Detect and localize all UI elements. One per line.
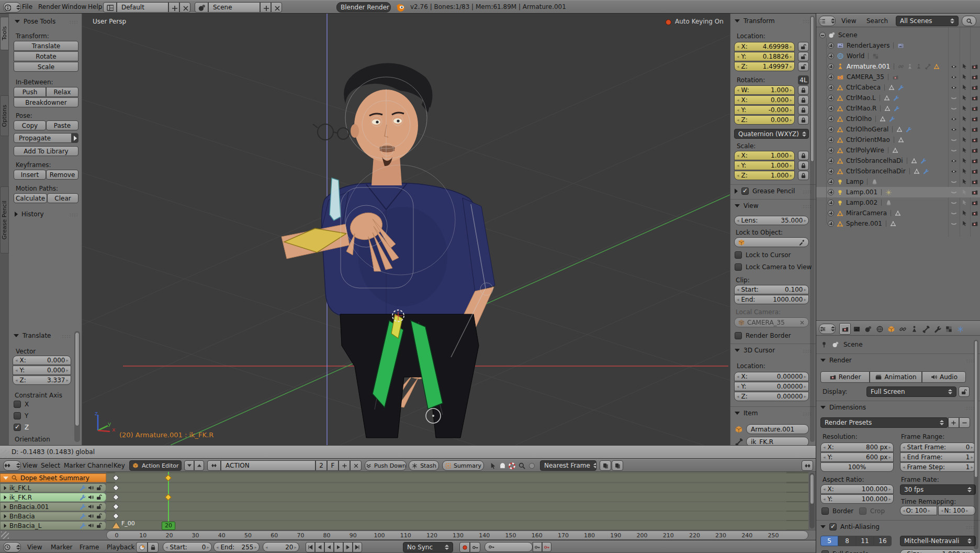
push-button[interactable]: Push [14, 87, 46, 97]
aa-samples-11-button[interactable]: 11 [856, 536, 874, 546]
outliner-row-mirarcamera[interactable]: MirarCamera [816, 208, 980, 218]
tab-options[interactable]: Options [0, 95, 9, 136]
channel-bnbacia-001[interactable]: BnBacia.001 [0, 502, 106, 511]
location-y-unlock-icon[interactable] [798, 52, 809, 61]
visibility-eye-icon[interactable] [950, 168, 958, 175]
pin-icon[interactable] [820, 341, 828, 348]
rotation-y-lock-icon[interactable] [798, 105, 809, 115]
action-unlink-button[interactable] [350, 460, 362, 471]
location-z-unlock-icon[interactable] [798, 62, 809, 71]
cursor-z-field[interactable]: Z:0.00000 [734, 392, 809, 401]
play-reverse-button[interactable] [324, 542, 334, 552]
menu-file[interactable]: File [22, 1, 32, 13]
visibility-eye-closed-icon[interactable] [950, 220, 958, 227]
menu-help[interactable]: Help [88, 1, 102, 13]
dope-v-scrollbar[interactable] [809, 473, 815, 528]
crop-checkbox[interactable]: Crop [859, 507, 885, 515]
outliner-scope-select[interactable]: All Scenes [896, 16, 959, 26]
editor-type-properties-button[interactable] [819, 324, 836, 334]
tab-constraints[interactable] [897, 323, 908, 335]
render-presets-select[interactable]: Render Presets [820, 417, 948, 428]
remap-new-field[interactable]: N: 100 [938, 506, 976, 515]
prev-keyframe-button[interactable] [315, 542, 324, 552]
remap-old-field[interactable]: O: 100 [900, 506, 937, 515]
action-name-field[interactable]: ACTION [221, 460, 316, 471]
render-border-checkbox[interactable]: Render Border [735, 332, 791, 339]
rotate-button[interactable]: Rotate [14, 51, 78, 61]
renderable-icon[interactable] [971, 178, 978, 185]
outliner-row-lamp-001[interactable]: Lamp.001 [816, 187, 980, 197]
clip-start-field[interactable]: Start:0.100 [734, 285, 809, 294]
paste-button[interactable]: Paste [46, 120, 78, 130]
visibility-eye-closed-icon[interactable] [950, 147, 958, 154]
outliner-row-ctrlsobrancelhadir[interactable]: CtrlSobrancelhaDir [816, 166, 980, 176]
remove-keyframe-button[interactable]: Remove [46, 170, 78, 180]
view-panel-header[interactable]: View [735, 202, 812, 209]
propagate-button[interactable]: Propagate [14, 133, 72, 143]
action-new-button[interactable] [339, 460, 350, 471]
renderable-icon[interactable] [971, 147, 978, 154]
visibility-eye-closed-icon[interactable] [950, 209, 958, 217]
editor-type-outliner-button[interactable] [819, 16, 836, 26]
outliner-menu-search[interactable]: Search [866, 14, 888, 28]
copy-keyframes-button[interactable] [600, 460, 611, 471]
history-panel-header[interactable]: History [15, 211, 78, 218]
full-sample-checkbox[interactable]: Full Sample [821, 550, 869, 553]
item-panel-header[interactable]: Item [735, 410, 812, 417]
scale-x-lock-icon[interactable] [798, 151, 809, 160]
item-bone-field[interactable]: ik_FK.R [746, 437, 809, 445]
grease-pencil-panel-header[interactable]: Grease Pencil [735, 187, 812, 195]
location-z-field[interactable]: Z:1.49997 [734, 62, 795, 71]
frame-start-field[interactable]: Start:0 [163, 542, 212, 552]
render-still-button[interactable]: Render [820, 371, 870, 383]
rotation-x-field[interactable]: X:0.000 [734, 95, 795, 105]
menu-render[interactable]: Render [38, 1, 61, 13]
visibility-eye-closed-icon[interactable] [950, 199, 958, 206]
next-keyframe-button[interactable] [343, 542, 353, 552]
dope-ruler-scrollbar[interactable]: 0102030405060708090100110120130140150160… [106, 530, 808, 540]
renderable-icon[interactable] [971, 189, 978, 196]
rotation-z-lock-icon[interactable] [798, 115, 809, 125]
scene-icon[interactable] [195, 2, 208, 13]
aa-samples-16-button[interactable]: 16 [874, 536, 892, 546]
renderable-icon[interactable] [971, 157, 978, 164]
channel-ik-fk-r[interactable]: ik_FK.R [0, 493, 106, 502]
start-frame-field[interactable]: Start Frame:0 [900, 443, 976, 452]
clear-button[interactable]: Clear [47, 193, 78, 203]
layout-delete-button[interactable] [179, 2, 190, 13]
location-y-field[interactable]: Y:0.18826 [734, 52, 795, 61]
constraint-y-checkbox[interactable]: Y [14, 412, 28, 419]
dope-menu-key[interactable]: Key [114, 459, 125, 472]
scale-y-field[interactable]: Y:1.000 [734, 161, 795, 170]
channel-ik-fk-l[interactable]: ik_FK.L [0, 483, 106, 492]
constraint-z-checkbox[interactable]: Z [14, 424, 29, 431]
scale-button[interactable]: Scale [14, 62, 78, 72]
renderable-icon[interactable] [971, 94, 978, 102]
rotation-z-field[interactable]: Z:0.000 [734, 115, 795, 125]
preset-remove-button[interactable] [959, 417, 970, 428]
cursor-y-field[interactable]: Y:0.00000 [734, 382, 809, 391]
filter-dot-icon[interactable] [529, 463, 535, 469]
dope-menu-channel[interactable]: Channel [87, 459, 113, 472]
time-menu-view[interactable]: View [27, 541, 42, 553]
rotation-x-lock-icon[interactable] [798, 95, 809, 105]
toolshelf-scrollbar[interactable] [74, 331, 80, 442]
current-frame-field[interactable]: 20 [263, 542, 299, 552]
action-id-icon[interactable] [207, 460, 221, 471]
breakdowner-button[interactable]: Breakdowner [14, 97, 78, 107]
transform-panel-header[interactable]: Transform [735, 17, 812, 25]
resolution-y-field[interactable]: Y:600 px [820, 452, 894, 462]
tab-world[interactable] [874, 323, 885, 335]
location-x-field[interactable]: X:4.69998 [734, 42, 795, 51]
local-camera-field[interactable]: CAMERA_35 [734, 317, 809, 327]
visibility-eye-closed-icon[interactable] [950, 136, 958, 143]
outliner-row-lamp-002[interactable]: Lamp.002 [816, 197, 980, 208]
selectable-icon[interactable] [961, 189, 968, 195]
display-mode-select[interactable]: Full Screen [866, 386, 956, 397]
editor-type-dopesheet-button[interactable] [3, 460, 21, 471]
layout-add-button[interactable] [168, 2, 179, 13]
outliner-row-camera-35[interactable]: CAMERA_35 [816, 72, 980, 82]
menu-window[interactable]: Window [62, 1, 86, 13]
filter-search-icon[interactable] [518, 462, 526, 470]
tab-armature-data[interactable] [908, 323, 920, 335]
